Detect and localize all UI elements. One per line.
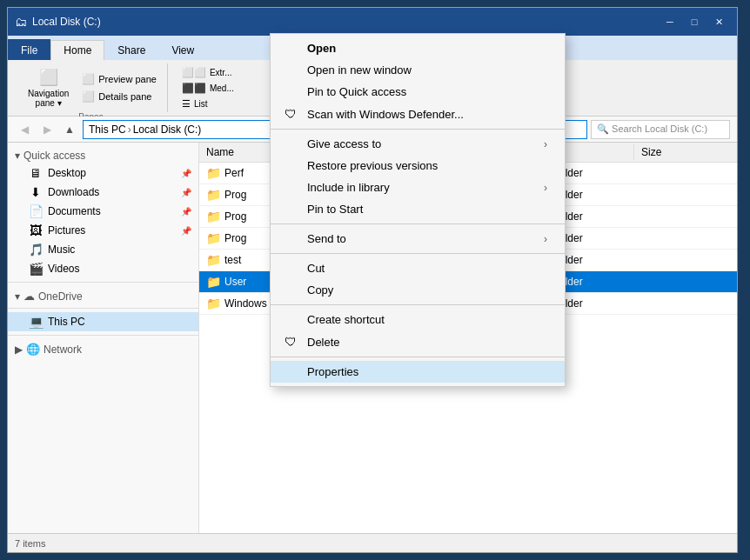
ribbon-panes-items: ⬜ Navigationpane ▾ ⬜ Preview pane ⬜ Deta…: [22, 65, 160, 110]
onedrive-icon: ☁: [23, 290, 35, 303]
ctx-library-arrow: ›: [544, 182, 547, 194]
search-box[interactable]: 🔍 Search Local Disk (C:): [591, 120, 730, 139]
statusbar-text: 7 items: [15, 538, 45, 549]
ctx-pin-start[interactable]: Pin to Start: [271, 198, 565, 220]
ctx-open[interactable]: Open: [271, 37, 565, 59]
pictures-icon: 🖼: [29, 223, 43, 237]
navigation-pane-label: Navigationpane ▾: [28, 89, 69, 108]
up-button[interactable]: ▲: [60, 120, 79, 139]
documents-icon: 📄: [29, 204, 43, 218]
ctx-cut[interactable]: Cut: [271, 257, 565, 279]
sidebar-section-onedrive[interactable]: ▾ ☁ OneDrive: [8, 286, 198, 304]
extra-large-icons-button[interactable]: ⬜⬜ Extr...: [178, 65, 238, 80]
titlebar-title: Local Disk (C:): [32, 16, 659, 28]
ctx-separator-4: [271, 304, 565, 305]
ctx-delete[interactable]: 🛡 Delete: [271, 330, 565, 353]
sidebar-item-pictures-label: Pictures: [48, 224, 85, 237]
close-button[interactable]: ✕: [707, 13, 730, 30]
onedrive-label: OneDrive: [38, 290, 83, 303]
file-size-prog1: [634, 193, 704, 197]
extra-large-icon: ⬜⬜: [182, 67, 206, 78]
titlebar-controls: ─ □ ✕: [659, 13, 730, 30]
tab-share[interactable]: Share: [104, 39, 158, 60]
ctx-copy-label: Copy: [307, 283, 547, 297]
file-size-prog2: [634, 215, 704, 218]
file-size-users: [634, 280, 704, 283]
ctx-pin-quick-access[interactable]: Pin to Quick access: [271, 81, 565, 103]
ctx-restore-versions[interactable]: Restore previous versions: [271, 155, 565, 177]
ctx-delete-icon: 🛡: [285, 335, 302, 349]
sidebar-section-network[interactable]: ▶ 🌐 Network: [8, 339, 198, 357]
sidebar-item-downloads[interactable]: ⬇ Downloads 📌: [8, 183, 198, 202]
extra-large-label: Extr...: [210, 68, 232, 77]
col-header-size[interactable]: Size: [634, 144, 704, 160]
file-size-perf: [634, 171, 704, 175]
sidebar-item-downloads-label: Downloads: [48, 186, 99, 198]
details-pane-label: Details pane: [98, 91, 151, 102]
list-button[interactable]: ☰ List: [178, 97, 238, 111]
ctx-separator-3: [271, 253, 565, 254]
network-label: Network: [44, 343, 82, 356]
medium-icons-button[interactable]: ⬛⬛ Med...: [178, 81, 238, 96]
ctx-separator-2: [271, 223, 565, 224]
sidebar-section-quick-access[interactable]: ▾ Quick access: [8, 146, 198, 163]
ribbon-group-layout: ⬜⬜ Extr... ⬛⬛ Med... ☰ List: [171, 63, 244, 112]
desktop-icon: 🖥: [29, 166, 43, 180]
titlebar-icon: 🗂: [15, 15, 27, 29]
statusbar: 7 items: [8, 533, 737, 552]
ctx-access-label: Give access to: [307, 137, 544, 150]
quick-access-label: Quick access: [23, 150, 85, 162]
maximize-button[interactable]: □: [683, 13, 706, 30]
ctx-send-to[interactable]: Send to ›: [271, 228, 565, 250]
back-button[interactable]: ◀: [15, 120, 34, 139]
ctx-scan-defender[interactable]: 🛡 Scan with Windows Defender...: [271, 103, 565, 125]
downloads-pin-icon: 📌: [181, 188, 191, 197]
file-size-windows: [634, 302, 704, 305]
sidebar-item-this-pc-label: This PC: [48, 316, 85, 328]
ctx-properties-label: Properties: [307, 365, 547, 378]
ctx-separator-1: [271, 129, 565, 130]
minimize-button[interactable]: ─: [659, 13, 681, 30]
tab-home[interactable]: Home: [50, 40, 104, 61]
sidebar-item-documents-label: Documents: [48, 205, 101, 217]
pictures-pin-icon: 📌: [181, 226, 191, 236]
sidebar-item-videos[interactable]: 🎬 Videos: [8, 259, 198, 278]
file-size-prog3: [634, 237, 704, 240]
sidebar-item-this-pc[interactable]: 💻 This PC: [8, 312, 198, 331]
details-pane-button[interactable]: ⬜ Details pane: [78, 89, 160, 104]
ctx-pin-label: Pin to Quick access: [307, 85, 547, 98]
medium-icon: ⬛⬛: [182, 83, 206, 94]
ribbon-layout-items: ⬜⬜ Extr... ⬛⬛ Med... ☰ List: [178, 65, 238, 111]
tab-file[interactable]: File: [8, 39, 50, 60]
ctx-open-label: Open: [307, 42, 547, 55]
ctx-sendto-label: Send to: [307, 232, 544, 245]
ctx-give-access[interactable]: Give access to ›: [271, 133, 565, 155]
downloads-icon: ⬇: [29, 185, 43, 199]
ctx-access-arrow: ›: [544, 138, 547, 150]
ctx-open-new-label: Open in new window: [307, 63, 547, 77]
context-menu: Open Open in new window Pin to Quick acc…: [270, 33, 566, 387]
sidebar-item-music[interactable]: 🎵 Music: [8, 240, 198, 259]
path-localdisk: Local Disk (C:): [133, 123, 202, 136]
ctx-create-shortcut[interactable]: Create shortcut: [271, 309, 565, 330]
sidebar-item-desktop-label: Desktop: [48, 167, 86, 179]
navigation-pane-button[interactable]: ⬜ Navigationpane ▾: [22, 65, 75, 110]
network-arrow: ▶: [15, 343, 23, 356]
documents-pin-icon: 📌: [181, 207, 191, 217]
desktop-pin-icon: 📌: [181, 169, 191, 178]
music-icon: 🎵: [29, 243, 43, 257]
network-icon: 🌐: [26, 343, 40, 356]
sidebar-item-documents[interactable]: 📄 Documents 📌: [8, 202, 198, 221]
sidebar-item-desktop[interactable]: 🖥 Desktop 📌: [8, 163, 198, 183]
search-placeholder: 🔍 Search Local Disk (C:): [597, 123, 707, 135]
ctx-include-library[interactable]: Include in library ›: [271, 177, 565, 198]
ctx-shortcut-label: Create shortcut: [307, 313, 547, 326]
sidebar-item-pictures[interactable]: 🖼 Pictures 📌: [8, 221, 198, 240]
tab-view[interactable]: View: [158, 39, 207, 60]
preview-pane-button[interactable]: ⬜ Preview pane: [78, 71, 160, 87]
this-pc-icon: 💻: [29, 315, 43, 329]
forward-button[interactable]: ▶: [37, 120, 57, 139]
ctx-copy[interactable]: Copy: [271, 279, 565, 301]
ctx-properties[interactable]: Properties: [271, 361, 565, 383]
ctx-open-new-window[interactable]: Open in new window: [271, 59, 565, 81]
